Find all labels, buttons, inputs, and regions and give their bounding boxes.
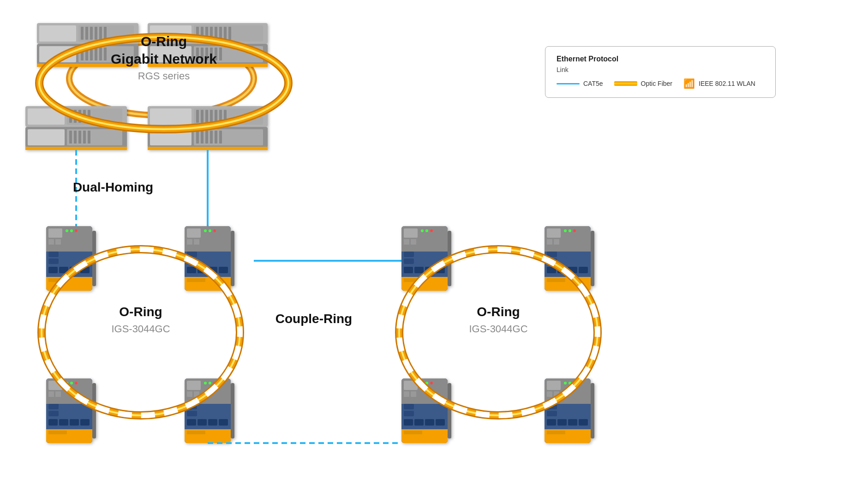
svg-rect-118 xyxy=(219,267,228,273)
svg-rect-172 xyxy=(404,267,413,273)
svg-rect-136 xyxy=(70,419,79,426)
svg-rect-171 xyxy=(404,258,414,264)
svg-rect-156 xyxy=(219,419,228,426)
svg-rect-212 xyxy=(425,419,434,426)
svg-point-91 xyxy=(66,229,68,232)
svg-rect-133 xyxy=(48,411,59,416)
svg-point-130 xyxy=(70,382,73,384)
svg-rect-51 xyxy=(28,129,65,145)
svg-point-224 xyxy=(564,382,567,384)
svg-rect-65 xyxy=(205,110,208,123)
svg-rect-88 xyxy=(48,228,62,238)
svg-point-167 xyxy=(421,229,424,232)
svg-rect-8 xyxy=(90,27,93,40)
svg-rect-6 xyxy=(81,27,84,40)
svg-rect-163 xyxy=(401,247,448,252)
svg-rect-231 xyxy=(568,419,577,426)
svg-point-112 xyxy=(213,229,216,232)
svg-rect-64 xyxy=(201,110,204,123)
svg-rect-134 xyxy=(48,419,58,426)
svg-text:Couple-Ring: Couple-Ring xyxy=(275,312,352,326)
svg-rect-204 xyxy=(411,391,416,397)
svg-text:Gigabit Network: Gigabit Network xyxy=(111,51,217,66)
svg-rect-61 xyxy=(150,108,192,125)
svg-rect-208 xyxy=(404,404,414,409)
svg-rect-236 xyxy=(591,383,594,438)
svg-point-149 xyxy=(209,382,211,384)
svg-rect-77 xyxy=(219,131,222,144)
main-canvas: O-Ring Gigabit Network RGS series Dual-H… xyxy=(0,0,868,498)
legend-box: Ethernet Protocol Link CAT5e Optic Fiber… xyxy=(545,46,776,98)
svg-rect-56 xyxy=(83,131,86,144)
svg-rect-141 xyxy=(92,383,96,438)
svg-rect-109 xyxy=(194,239,199,245)
legend-subtitle: Link xyxy=(557,66,764,73)
svg-rect-72 xyxy=(196,131,199,144)
svg-rect-32 xyxy=(228,27,231,40)
legend-wlan: 📶 IEEE 802.11 WLAN xyxy=(683,78,755,89)
svg-rect-19 xyxy=(104,48,107,60)
svg-rect-132 xyxy=(48,404,59,409)
svg-rect-232 xyxy=(579,419,588,426)
svg-rect-17 xyxy=(95,48,97,60)
svg-rect-95 xyxy=(48,258,59,264)
svg-rect-127 xyxy=(48,391,54,397)
svg-rect-197 xyxy=(547,278,565,282)
svg-rect-184 xyxy=(547,239,552,245)
svg-rect-74 xyxy=(205,131,208,144)
svg-rect-155 xyxy=(208,419,217,426)
svg-rect-154 xyxy=(198,419,207,426)
svg-rect-222 xyxy=(547,391,552,397)
svg-rect-18 xyxy=(99,48,102,60)
svg-rect-128 xyxy=(55,391,61,397)
svg-rect-96 xyxy=(48,267,58,273)
svg-point-92 xyxy=(70,229,73,232)
svg-rect-173 xyxy=(414,267,424,273)
svg-rect-54 xyxy=(74,131,77,144)
svg-rect-63 xyxy=(196,110,199,123)
svg-text:O-Ring: O-Ring xyxy=(141,34,187,49)
svg-point-111 xyxy=(209,229,211,232)
svg-rect-94 xyxy=(48,252,59,257)
svg-rect-87 xyxy=(46,247,92,252)
svg-point-148 xyxy=(204,382,207,384)
svg-text:O-Ring: O-Ring xyxy=(477,305,520,319)
svg-point-188 xyxy=(573,229,576,232)
svg-rect-11 xyxy=(104,27,107,40)
svg-rect-10 xyxy=(99,27,102,40)
svg-rect-58 xyxy=(25,147,127,150)
svg-rect-115 xyxy=(187,267,196,273)
svg-text:RGS series: RGS series xyxy=(138,70,190,82)
svg-rect-55 xyxy=(78,131,81,144)
svg-rect-159 xyxy=(187,431,205,434)
svg-point-93 xyxy=(75,229,78,232)
svg-rect-211 xyxy=(414,419,424,426)
svg-rect-75 xyxy=(210,131,213,144)
svg-rect-90 xyxy=(55,239,61,245)
svg-rect-152 xyxy=(187,411,197,416)
fiber-line-icon xyxy=(614,81,637,86)
svg-rect-213 xyxy=(436,419,445,426)
svg-rect-66 xyxy=(210,110,213,123)
svg-point-110 xyxy=(204,229,207,232)
svg-rect-78 xyxy=(148,147,268,150)
svg-rect-9 xyxy=(95,27,97,40)
svg-point-186 xyxy=(564,229,567,232)
svg-point-207 xyxy=(430,382,433,384)
svg-rect-89 xyxy=(48,239,54,245)
svg-text:Dual-Homing: Dual-Homing xyxy=(73,180,153,194)
svg-rect-71 xyxy=(194,129,263,145)
svg-point-169 xyxy=(430,229,433,232)
svg-text:O-Ring: O-Ring xyxy=(119,305,162,319)
svg-rect-4 xyxy=(39,25,76,42)
legend-cat5e: CAT5e xyxy=(557,80,603,87)
svg-rect-76 xyxy=(215,131,217,144)
svg-rect-73 xyxy=(201,131,204,144)
wifi-icon: 📶 xyxy=(683,78,695,89)
svg-rect-216 xyxy=(404,431,422,434)
svg-rect-40 xyxy=(219,48,222,60)
svg-rect-170 xyxy=(404,252,414,257)
svg-rect-217 xyxy=(448,383,451,438)
svg-rect-182 xyxy=(545,247,591,252)
legend-fiber: Optic Fiber xyxy=(614,80,672,87)
